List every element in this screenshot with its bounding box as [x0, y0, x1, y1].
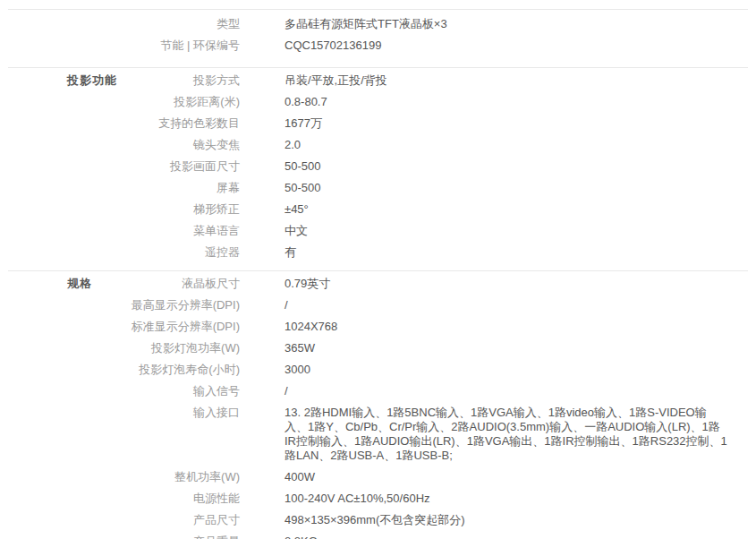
spec-value: CQC15702136199 [240, 35, 756, 56]
spec-row: 输入信号 / [0, 381, 756, 402]
spec-value: 0.8-80.7 [240, 91, 756, 113]
spec-row: 投影灯泡功率(W) 365W [0, 338, 756, 359]
spec-label: 投影画面尺寸 [0, 156, 240, 177]
spec-row: 整机功率(W) 400W [0, 466, 756, 488]
spec-value: 1024X768 [240, 316, 756, 338]
spec-row: 产品尺寸 498×135×396mm(不包含突起部分) [0, 509, 756, 531]
spec-label: 类型 [0, 13, 240, 35]
spec-value: / [240, 381, 756, 402]
spec-label: 菜单语言 [0, 220, 240, 242]
spec-label: 梯形矫正 [0, 199, 240, 220]
spec-label: 投影方式 [0, 70, 240, 91]
spec-section-body: 类型 多晶硅有源矩阵式TFT液晶板×3 节能 | 环保编号 CQC1570213… [0, 10, 756, 67]
spec-label: 支持的色彩数目 [0, 113, 240, 134]
spec-value: 有 [240, 242, 756, 263]
spec-label: 节能 | 环保编号 [0, 35, 240, 56]
spec-row: 最高显示分辨率(DPI) / [0, 295, 756, 316]
spec-row: 镜头变焦 2.0 [0, 134, 756, 156]
spec-label: 投影距离(米) [0, 91, 240, 113]
spec-value: 365W [240, 338, 756, 359]
spec-label: 投影灯泡功率(W) [0, 338, 240, 359]
spec-label: 液晶板尺寸 [0, 273, 240, 295]
spec-row: 标准显示分辨率(DPI) 1024X768 [0, 316, 756, 338]
spec-value: 50-500 [240, 156, 756, 177]
spec-label: 输入信号 [0, 381, 240, 402]
spec-value: 498×135×396mm(不包含突起部分) [240, 509, 756, 531]
spec-label: 投影灯泡寿命(小时) [0, 359, 240, 381]
spec-value: 100-240V AC±10%,50/60Hz [240, 488, 756, 509]
spec-value: 8.8KG [240, 531, 756, 539]
spec-row: 屏幕 50-500 [0, 177, 756, 199]
spec-section: 规格 液晶板尺寸 0.79英寸 最高显示分辨率(DPI) / 标准显示分辨率(D… [0, 271, 756, 539]
spec-value: 13. 2路HDMI输入、1路5BNC输入、1路VGA输入、1路video输入、… [240, 406, 756, 463]
spec-section: 投影功能 投影方式 吊装/平放,正投/背投 投影距离(米) 0.8-80.7 支… [0, 68, 756, 270]
spec-row: 遥控器 有 [0, 242, 756, 263]
spec-label: 镜头变焦 [0, 134, 240, 156]
spec-row: 类型 多晶硅有源矩阵式TFT液晶板×3 [0, 13, 756, 35]
spec-value: 2.0 [240, 134, 756, 156]
spec-value: / [240, 295, 756, 316]
spec-sections: 类型 多晶硅有源矩阵式TFT液晶板×3 节能 | 环保编号 CQC1570213… [0, 10, 756, 539]
spec-row: 输入接口 13. 2路HDMI输入、1路5BNC输入、1路VGA输入、1路vid… [0, 402, 756, 466]
spec-label: 产品尺寸 [0, 509, 240, 531]
spec-row: 液晶板尺寸 0.79英寸 [0, 273, 756, 295]
spec-label: 电源性能 [0, 488, 240, 509]
spec-section-body: 液晶板尺寸 0.79英寸 最高显示分辨率(DPI) / 标准显示分辨率(DPI)… [0, 271, 756, 539]
spec-value: 多晶硅有源矩阵式TFT液晶板×3 [240, 13, 756, 35]
spec-label: 整机功率(W) [0, 466, 240, 488]
spec-row: 节能 | 环保编号 CQC15702136199 [0, 35, 756, 56]
spec-label: 遥控器 [0, 242, 240, 263]
spec-row: 投影画面尺寸 50-500 [0, 156, 756, 177]
spec-label: 标准显示分辨率(DPI) [0, 316, 240, 338]
product-spec-table: 类型 多晶硅有源矩阵式TFT液晶板×3 节能 | 环保编号 CQC1570213… [0, 9, 756, 539]
spec-value: 1677万 [240, 113, 756, 134]
spec-value: 0.79英寸 [240, 273, 756, 295]
spec-label: 输入接口 [0, 406, 240, 463]
spec-row: 梯形矫正 ±45° [0, 199, 756, 220]
spec-label: 最高显示分辨率(DPI) [0, 295, 240, 316]
spec-value: 400W [240, 466, 756, 488]
spec-row: 投影灯泡寿命(小时) 3000 [0, 359, 756, 381]
spec-section: 类型 多晶硅有源矩阵式TFT液晶板×3 节能 | 环保编号 CQC1570213… [0, 10, 756, 67]
spec-row: 菜单语言 中文 [0, 220, 756, 242]
spec-row: 产品重量 8.8KG [0, 531, 756, 539]
spec-label: 产品重量 [0, 531, 240, 539]
spec-value: ±45° [240, 199, 756, 220]
spec-label: 屏幕 [0, 177, 240, 199]
spec-row: 投影距离(米) 0.8-80.7 [0, 91, 756, 113]
spec-section-title: 规格 [67, 273, 92, 295]
spec-row: 支持的色彩数目 1677万 [0, 113, 756, 134]
spec-row: 电源性能 100-240V AC±10%,50/60Hz [0, 488, 756, 509]
spec-section-body: 投影方式 吊装/平放,正投/背投 投影距离(米) 0.8-80.7 支持的色彩数… [0, 68, 756, 270]
spec-value: 吊装/平放,正投/背投 [240, 70, 756, 91]
spec-value: 50-500 [240, 177, 756, 199]
spec-section-title: 投影功能 [67, 70, 117, 91]
spec-value: 3000 [240, 359, 756, 381]
spec-value: 中文 [240, 220, 756, 242]
